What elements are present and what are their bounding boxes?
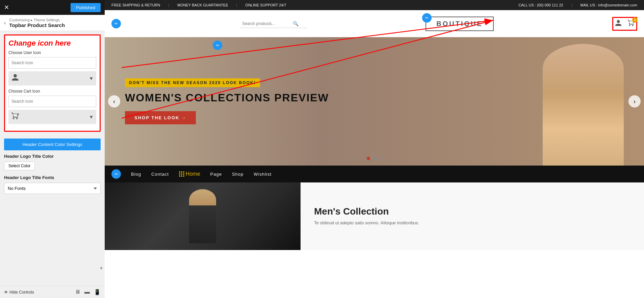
cart-icon-preview-row: ▼ [8,110,96,124]
scroll-indicator: ▼ [99,266,103,271]
logo-color-title: Header Logo Title Color [4,154,101,159]
call-text: CALL US : (00) 000 111 22 [518,3,563,7]
logo-color-section: Header Logo Title Color Select Color [4,154,101,170]
search-icon: 🔍 [293,21,299,26]
icon-settings-box: Change icon here Choose User Icon ▼ Choo… [4,34,101,132]
support-text: ONLINE SUPPORT 24/7 [245,3,286,7]
header-color-settings-button[interactable]: Header Content Color Settings [4,139,101,150]
hero-section: ✏ ‹ DON'T MISS THE NEW SEASON 2020 LOOK … [105,37,644,166]
hero-dot-3[interactable] [379,157,382,160]
hero-edit-icon[interactable]: ✏ [213,41,222,50]
published-button[interactable]: Published [71,3,101,12]
nav-wishlist[interactable]: Wishlist [254,172,272,177]
user-icon-input[interactable] [8,57,96,69]
grid-dot [183,173,184,175]
user-icon-label: Choose User Icon [8,50,96,55]
nav-home[interactable]: Home [179,171,200,177]
grid-dot [181,173,182,175]
hero-dot-2[interactable] [373,157,376,160]
cart-icon-dropdown[interactable]: ▼ [89,114,94,120]
grid-icon [179,171,184,177]
hero-prev-button[interactable]: ‹ [108,95,120,107]
user-icon-input-row [8,57,96,69]
header-search-bar: 🔍 [239,20,307,28]
announcement-left: FREE SHIPPING & RETURN | MONEY BACK GUAR… [111,3,286,7]
sep1: | [168,3,169,7]
grid-dot [183,175,184,177]
shop-the-look-button[interactable]: SHOP THE LOOK → [125,111,196,124]
user-icon-symbol [11,73,19,83]
user-icon-dropdown[interactable]: ▼ [89,76,94,81]
hero-banner: DON'T MISS THE NEW SEASON 2020 LOOK BOOK… [125,78,260,87]
hero-content: DON'T MISS THE NEW SEASON 2020 LOOK BOOK… [105,78,644,124]
mens-collection-text: Men's Collection Te obtinuit ut adepto s… [301,182,644,250]
fonts-dropdown[interactable]: No Fonts Arial Georgia Roboto [4,183,101,194]
site-logo: BOUTIQUE [426,17,494,31]
nav-page[interactable]: Page [210,172,222,177]
desktop-icon[interactable]: 🖥 [75,289,80,295]
nav-bar: ✏ Blog Contact Home Page Shop Wishlist [105,166,644,182]
sep3: | [571,3,572,7]
nav-home-label: Home [186,171,200,177]
close-button[interactable]: ✕ [4,4,9,11]
search-input[interactable] [242,21,293,26]
mail-text: MAIL US : info@somedomain.com [581,3,638,7]
logo-fonts-section: Header Logo Title Fonts No Fonts Arial G… [4,175,101,194]
change-icon-heading: Change icon here [8,39,96,48]
mens-collection-desc: Te obtinuit ut adepto satis somno. Aliis… [314,220,630,226]
site-header: ✏ 🔍 ✏ BOUTIQUE 0 [105,10,644,37]
sep2: | [236,3,237,7]
cart-wrapper[interactable]: 0 [627,19,635,28]
user-icon-preview-row: ▼ [8,71,96,85]
select-color-button[interactable]: Select Color [4,162,35,170]
cart-icon-label: Choose Cart Icon [8,89,96,94]
breadcrumb-title: Topbar Product Search [9,22,65,28]
grid-dot [181,171,182,173]
user-account-icon[interactable] [615,19,622,28]
cart-icon-symbol [11,112,19,122]
tablet-icon[interactable]: ▬ [84,289,90,295]
back-button[interactable]: ‹ [4,20,6,26]
eye-icon: 👁 [4,290,8,295]
grid-dot [181,175,182,177]
header-edit-pencil-icon[interactable]: ✏ [111,19,121,28]
grid-dot [183,171,184,173]
left-panel: ✕ Published ‹ Customizing ▸ Theme Settin… [0,0,105,298]
hero-next-button[interactable]: › [628,95,641,107]
nav-shop[interactable]: Shop [232,172,243,177]
hide-controls-button[interactable]: 👁 Hide Controls [4,290,34,295]
panel-footer: 👁 Hide Controls 🖥 ▬ 📱 [0,286,105,298]
nav-edit-icon[interactable]: ✏ [111,169,121,179]
main-preview: FREE SHIPPING & RETURN | MONEY BACK GUAR… [105,0,644,298]
mens-collection-image: ✏ [105,182,301,250]
grid-dot [179,173,180,175]
panel-content: Change icon here Choose User Icon ▼ Choo… [0,31,105,286]
logo-edit-icon[interactable]: ✏ [422,13,432,23]
nav-contact[interactable]: Contact [151,172,169,177]
hero-dot-1[interactable] [367,157,370,160]
shipping-text: FREE SHIPPING & RETURN [111,3,160,7]
grid-dot [179,171,180,173]
hero-title: WOMEN'S COLLECTIONS PREVIEW [125,91,624,104]
nav-blog[interactable]: Blog [131,172,141,177]
hide-controls-label: Hide Controls [9,290,34,295]
mens-image-bg [105,182,301,250]
money-back-text: MONEY BACK GUARTANTEE [177,3,228,7]
cart-icon-input-row [8,96,96,107]
mens-collection-title: Men's Collection [314,206,630,217]
announcement-bar: FREE SHIPPING & RETURN | MONEY BACK GUAR… [105,0,644,10]
cart-icon-input[interactable] [8,96,96,107]
hero-dots [367,157,382,160]
grid-dot [179,175,180,177]
man-silhouette [189,189,216,243]
device-icons-group: 🖥 ▬ 📱 [75,289,101,295]
announcement-right: CALL US : (00) 000 111 22 | MAIL US : in… [518,3,637,7]
mobile-icon[interactable]: 📱 [94,289,101,295]
logo-fonts-title: Header Logo Title Fonts [4,175,101,180]
breadcrumb-bar: ‹ Customizing ▸ Theme Settings Topbar Pr… [0,15,105,31]
top-bar: ✕ Published [0,0,105,15]
cart-badge: 0 [632,17,638,23]
bottom-section: ✏ Men's Collection Te obtinuit ut adepto… [105,182,644,250]
breadcrumb-path: Customizing ▸ Theme Settings [9,18,59,22]
header-right-section: 0 [612,17,637,31]
